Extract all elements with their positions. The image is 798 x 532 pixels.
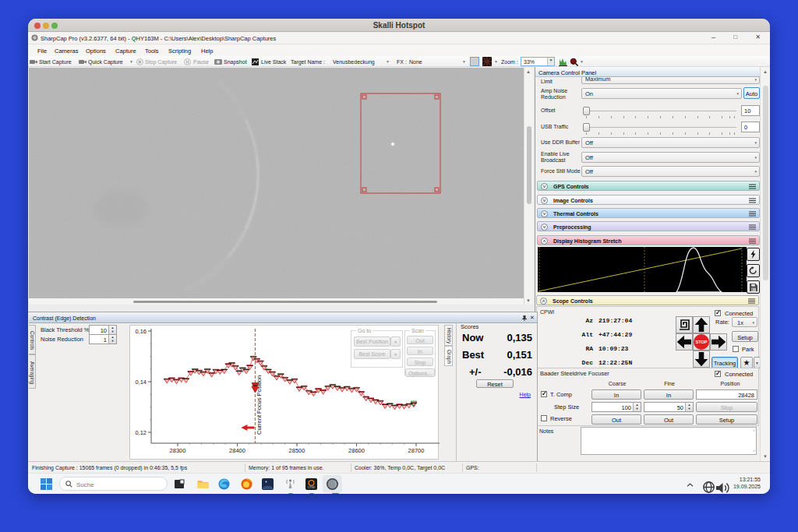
- svg-text:28400: 28400: [229, 447, 245, 454]
- svg-text:0,16: 0,16: [135, 328, 147, 335]
- svg-text:0,14: 0,14: [135, 379, 147, 386]
- svg-text:CPWI: CPWI: [308, 486, 315, 489]
- svg-text:28600: 28600: [348, 447, 365, 454]
- svg-text:28300: 28300: [170, 447, 186, 454]
- svg-text:28700: 28700: [408, 447, 425, 454]
- svg-text:0,12: 0,12: [135, 429, 147, 436]
- svg-text:28500: 28500: [289, 447, 305, 454]
